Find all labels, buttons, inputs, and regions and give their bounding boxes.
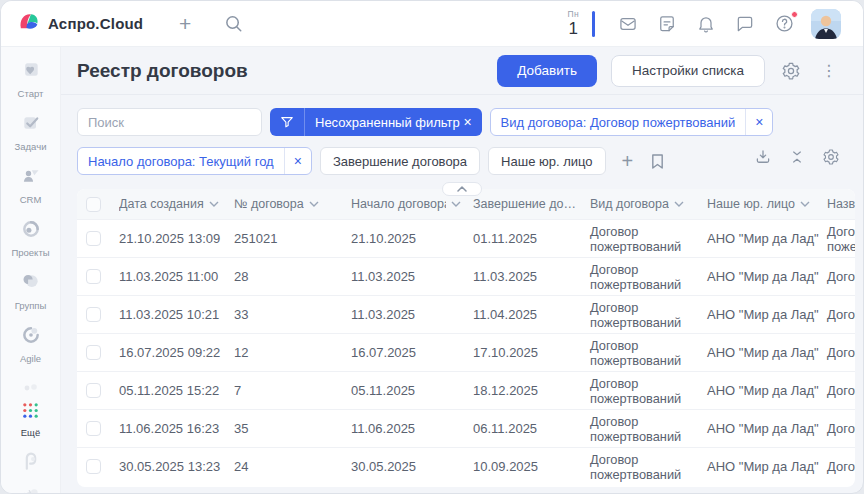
pinned-app-icon-1[interactable] [3,452,59,472]
select-all-checkbox[interactable] [86,197,101,212]
collapse-rows-icon[interactable] [785,145,809,169]
contract-type-filter-chip[interactable]: Вид договора: Договор пожертвований × [490,108,774,136]
contract-start-filter-chip[interactable]: Начало договора: Текущий год × [77,147,312,175]
export-download-icon[interactable] [751,145,775,169]
cell-type: Договор пожертвований [582,372,699,409]
cell-entity: АНО "Мир да Лад" [699,334,819,371]
help-icon[interactable] [772,12,796,36]
cell-name: Договор пожертвований [819,410,855,447]
sort-chevron-icon[interactable] [309,201,319,207]
unsaved-filter-label: Несохраненный фильтр [315,115,460,130]
mail-icon[interactable] [616,12,640,36]
groups-icon [21,272,41,296]
help-badge-dot [791,11,798,18]
column-header-type[interactable]: Вид договора [582,189,699,219]
cell-start: 05.11.2025 [343,372,465,409]
collapse-filters-pill[interactable] [442,182,482,196]
notes-icon[interactable] [655,12,679,36]
search-input[interactable] [77,108,262,136]
cell-start: 30.05.2025 [343,448,465,485]
table-row[interactable]: 30.05.2025 13:23 24 30.05.2025 10.09.202… [77,447,855,485]
cell-entity: АНО "Мир да Лад" [699,258,819,295]
calendar-day: 1 [568,20,577,37]
table-row[interactable]: 11.03.2025 10:21 33 11.03.2025 11.04.202… [77,295,855,333]
brand-logo[interactable]: Аспро.Cloud [17,11,143,36]
cell-start: 11.06.2025 [343,410,465,447]
row-checkbox[interactable] [86,269,101,284]
column-header-number[interactable]: № договора [226,189,343,219]
sidebar-item-more[interactable]: Ещё [3,402,59,438]
table-row[interactable]: 21.10.2025 13:09 251021 21.10.2025 01.11… [77,219,855,257]
cell-name: Договор пожертвований [819,258,855,295]
contract-end-filter-chip[interactable]: Завершение договора [320,147,480,175]
filter-funnel-icon[interactable] [270,108,304,136]
column-header-end[interactable]: Завершение договора [465,189,582,219]
our-entity-filter-chip[interactable]: Наше юр. лицо [488,147,605,175]
cell-number: 12 [226,334,343,371]
cell-end: 18.12.2025 [465,372,582,409]
sidebar-item-groups[interactable]: Группы [3,272,59,311]
cell-type: Договор пожертвований [582,220,699,257]
cell-number: 251021 [226,220,343,257]
calendar-divider [592,11,595,37]
filter-panel: Несохраненный фильтр × Вид договора: Дог… [61,95,863,175]
create-icon[interactable]: + [173,12,197,36]
sort-chevron-icon[interactable] [451,201,461,207]
add-filter-icon[interactable]: + [618,151,638,171]
search-icon[interactable] [221,12,245,36]
contract-start-filter-close-icon[interactable]: × [284,148,311,174]
brand-logo-icon [17,11,40,36]
sidebar-item-projects[interactable]: Проекты [3,219,59,258]
chat-icon[interactable] [733,12,757,36]
column-header-entity[interactable]: Наше юр. лицо [699,189,819,219]
row-checkbox[interactable] [86,421,101,436]
user-avatar[interactable] [811,9,841,39]
list-settings-button[interactable]: Настройки списка [611,55,765,87]
sidebar-item-agile[interactable]: Agile [3,325,59,364]
cell-start: 11.03.2025 [343,258,465,295]
cell-entity: АНО "Мир да Лад" [699,220,819,257]
column-header-created[interactable]: Дата создания [111,189,226,219]
table-row[interactable]: 16.07.2025 09:22 12 16.07.2025 17.10.202… [77,333,855,371]
topbar: Аспро.Cloud + Пн 1 [1,1,863,47]
cell-created: 11.06.2025 16:23 [111,410,226,447]
row-checkbox[interactable] [86,383,101,398]
add-button[interactable]: Добавить [497,55,597,87]
column-header-name[interactable]: Название [819,189,855,219]
table-row[interactable]: 11.03.2025 11:00 28 11.03.2025 11.03.202… [77,257,855,295]
cell-type: Договор пожертвований [582,410,699,447]
cell-created: 30.05.2025 13:23 [111,448,226,485]
sidebar-item-crm[interactable]: CRM [3,166,59,205]
row-checkbox[interactable] [86,307,101,322]
table-body: 21.10.2025 13:09 251021 21.10.2025 01.11… [77,219,855,485]
brand-name: Аспро.Cloud [48,15,143,32]
table-row[interactable]: 11.06.2025 16:23 35 11.06.2025 06.11.202… [77,409,855,447]
sidebar-divider-icon [24,378,38,396]
cell-type: Договор пожертвований [582,296,699,333]
unsaved-filter-chip[interactable]: Несохраненный фильтр × [270,108,482,136]
row-checkbox[interactable] [86,345,101,360]
contract-type-filter-close-icon[interactable]: × [745,109,772,135]
cell-name: Договор пожертвований [819,448,855,485]
bookmark-icon[interactable] [645,149,669,173]
sort-chevron-icon[interactable] [674,201,684,207]
unsaved-filter-close-icon[interactable]: × [463,115,471,129]
table-row[interactable]: 05.11.2025 15:22 7 05.11.2025 18.12.2025… [77,371,855,409]
sort-chevron-icon[interactable] [800,201,810,207]
sidebar-item-tasks[interactable]: Задачи [3,113,59,152]
row-checkbox[interactable] [86,459,101,474]
bell-icon[interactable] [694,12,718,36]
contract-type-filter-label: Вид договора: Договор пожертвований [491,109,746,135]
row-checkbox[interactable] [86,231,101,246]
gear-icon[interactable] [779,59,803,83]
pinned-app-icon-2[interactable] [3,486,59,494]
start-icon [21,60,41,84]
sort-chevron-icon[interactable] [209,201,219,207]
sidebar-item-start[interactable]: Старт [3,60,59,99]
agile-icon [21,325,41,349]
cell-start: 16.07.2025 [343,334,465,371]
table-settings-gear-icon[interactable] [819,145,843,169]
cell-entity: АНО "Мир да Лад" [699,296,819,333]
more-actions-icon[interactable]: ⋮ [817,59,841,83]
calendar-widget[interactable]: Пн 1 [567,10,579,38]
